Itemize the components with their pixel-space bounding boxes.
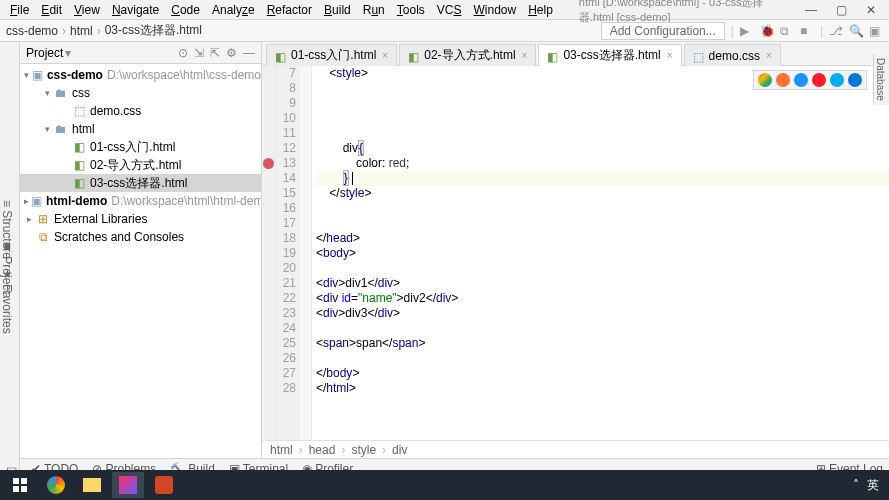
line-number-gutter[interactable]: 7891011121314151617181920212223242526272… xyxy=(276,66,300,440)
browser-preview-bar xyxy=(753,70,867,90)
coverage-icon[interactable]: ⧉ xyxy=(780,24,794,38)
powerpoint-taskbar-icon[interactable] xyxy=(148,472,180,498)
intellij-taskbar-icon[interactable] xyxy=(112,472,144,498)
menu-run[interactable]: Run xyxy=(357,1,391,19)
menu-edit[interactable]: Edit xyxy=(35,1,68,19)
opera-icon[interactable] xyxy=(812,73,826,87)
git-icon[interactable]: ⎇ xyxy=(829,24,843,38)
select-opened-file-icon[interactable]: ⊙ xyxy=(178,46,188,60)
project-sidebar: Project ▾ ⊙ ⇲ ⇱ ⚙ — ▾▣css-demoD:\workspa… xyxy=(20,42,262,458)
crumb[interactable]: style xyxy=(351,442,376,457)
safari-icon[interactable] xyxy=(794,73,808,87)
menu-code[interactable]: Code xyxy=(165,1,206,19)
structure-toolwindow-tab[interactable]: ≡ Structure xyxy=(0,200,20,259)
html-file-icon: ◧ xyxy=(72,176,86,190)
menu-vcs[interactable]: VCS xyxy=(431,1,468,19)
tree-folder-css[interactable]: ▾🖿css xyxy=(20,84,261,102)
collapse-all-icon[interactable]: ⇱ xyxy=(210,46,220,60)
code-content[interactable]: <style> div{ color: red; } </style></hea… xyxy=(312,66,889,440)
tray-chevron-icon[interactable]: ˄ xyxy=(853,478,859,492)
close-tab-icon[interactable]: × xyxy=(522,50,528,61)
run-icon[interactable]: ▶ xyxy=(740,24,754,38)
fold-gutter[interactable] xyxy=(300,66,312,440)
menu-navigate[interactable]: Navigate xyxy=(106,1,165,19)
ime-indicator[interactable]: 英 xyxy=(867,477,879,494)
css-file-icon: ⬚ xyxy=(693,50,705,62)
minimize-icon[interactable]: — xyxy=(797,3,825,17)
debug-icon[interactable]: 🐞 xyxy=(760,24,774,38)
gear-icon[interactable]: ⚙ xyxy=(226,46,237,60)
editor: ◧01-css入门.html× ◧02-导入方式.html× ◧03-css选择… xyxy=(262,42,889,458)
tree-external-libs[interactable]: ▸⊞External Libraries xyxy=(20,210,261,228)
menu-view[interactable]: View xyxy=(68,1,106,19)
chrome-taskbar-icon[interactable] xyxy=(40,472,72,498)
html-file-icon: ◧ xyxy=(72,158,86,172)
menu-help[interactable]: Help xyxy=(522,1,559,19)
maximize-icon[interactable]: ▢ xyxy=(827,3,855,17)
chrome-icon[interactable] xyxy=(758,73,772,87)
crumb[interactable]: div xyxy=(392,442,407,457)
close-tab-icon[interactable]: × xyxy=(766,50,772,61)
libraries-icon: ⊞ xyxy=(36,212,50,226)
tree-scratches[interactable]: ⧉Scratches and Consoles xyxy=(20,228,261,246)
menu-refactor[interactable]: Refactor xyxy=(261,1,318,19)
scratches-icon: ⧉ xyxy=(36,230,50,244)
html-file-icon: ◧ xyxy=(275,50,287,62)
breakpoint-icon[interactable] xyxy=(263,158,274,169)
svg-rect-0 xyxy=(13,478,19,484)
close-tab-icon[interactable]: × xyxy=(382,50,388,61)
svg-rect-1 xyxy=(21,478,27,484)
tree-file-1[interactable]: ◧01-css入门.html xyxy=(20,138,261,156)
tab-4[interactable]: ⬚demo.css× xyxy=(684,44,781,66)
explorer-taskbar-icon[interactable] xyxy=(76,472,108,498)
nav-bar: css-demo › html › 03-css选择器.html Add Con… xyxy=(0,20,889,42)
project-icon: ▣ xyxy=(32,68,43,82)
tree-root-2[interactable]: ▸▣html-demoD:\workspace\html\html-demo xyxy=(20,192,261,210)
stop-icon[interactable]: ■ xyxy=(800,24,814,38)
menu-tools[interactable]: Tools xyxy=(391,1,431,19)
tree-file-democss[interactable]: ⬚demo.css xyxy=(20,102,261,120)
start-button[interactable] xyxy=(4,472,36,498)
tree-file-2[interactable]: ◧02-导入方式.html xyxy=(20,156,261,174)
html-file-icon: ◧ xyxy=(72,140,86,154)
close-icon[interactable]: ✕ xyxy=(857,3,885,17)
add-configuration-button[interactable]: Add Configuration... xyxy=(601,22,725,40)
crumb[interactable]: head xyxy=(309,442,336,457)
tree-file-3[interactable]: ◧03-css选择器.html xyxy=(20,174,261,192)
settings-icon[interactable]: ▣ xyxy=(869,24,883,38)
code-editor[interactable]: 7891011121314151617181920212223242526272… xyxy=(262,66,889,440)
tab-3[interactable]: ◧03-css选择器.html× xyxy=(538,44,681,66)
menu-analyze[interactable]: Analyze xyxy=(206,1,261,19)
firefox-icon[interactable] xyxy=(776,73,790,87)
close-tab-icon[interactable]: × xyxy=(667,50,673,61)
editor-tabs: ◧01-css入门.html× ◧02-导入方式.html× ◧03-css选择… xyxy=(262,42,889,66)
menu-window[interactable]: Window xyxy=(467,1,522,19)
css-file-icon: ⬚ xyxy=(72,104,86,118)
tab-1[interactable]: ◧01-css入门.html× xyxy=(266,44,397,66)
hide-icon[interactable]: — xyxy=(243,46,255,60)
nav-crumb[interactable]: html xyxy=(70,24,93,38)
tree-folder-html[interactable]: ▾🖿html xyxy=(20,120,261,138)
project-dropdown[interactable]: Project xyxy=(26,46,63,60)
tab-2[interactable]: ◧02-导入方式.html× xyxy=(399,44,536,66)
nav-crumb[interactable]: 03-css选择器.html xyxy=(105,22,202,39)
windows-taskbar: ˄ 英 xyxy=(0,470,889,500)
project-tree: ▾▣css-demoD:\workspace\html\css-demo ▾🖿c… xyxy=(20,64,261,458)
menu-bar: File Edit View Navigate Code Analyze Ref… xyxy=(0,0,889,20)
ie-icon[interactable] xyxy=(830,73,844,87)
database-toolwindow-tab[interactable]: Database xyxy=(873,54,889,105)
edge-icon[interactable] xyxy=(848,73,862,87)
breakpoint-gutter[interactable] xyxy=(262,66,276,440)
html-file-icon: ◧ xyxy=(408,50,420,62)
nav-crumb[interactable]: css-demo xyxy=(6,24,58,38)
folder-icon: 🖿 xyxy=(54,122,68,136)
html-file-icon: ◧ xyxy=(547,50,559,62)
menu-build[interactable]: Build xyxy=(318,1,357,19)
tree-root[interactable]: ▾▣css-demoD:\workspace\html\css-demo xyxy=(20,66,261,84)
project-icon: ▣ xyxy=(31,194,42,208)
crumb[interactable]: html xyxy=(270,442,293,457)
favorites-toolwindow-tab[interactable]: ★ Favorites xyxy=(0,267,20,334)
expand-all-icon[interactable]: ⇲ xyxy=(194,46,204,60)
search-icon[interactable]: 🔍 xyxy=(849,24,863,38)
menu-file[interactable]: File xyxy=(4,1,35,19)
